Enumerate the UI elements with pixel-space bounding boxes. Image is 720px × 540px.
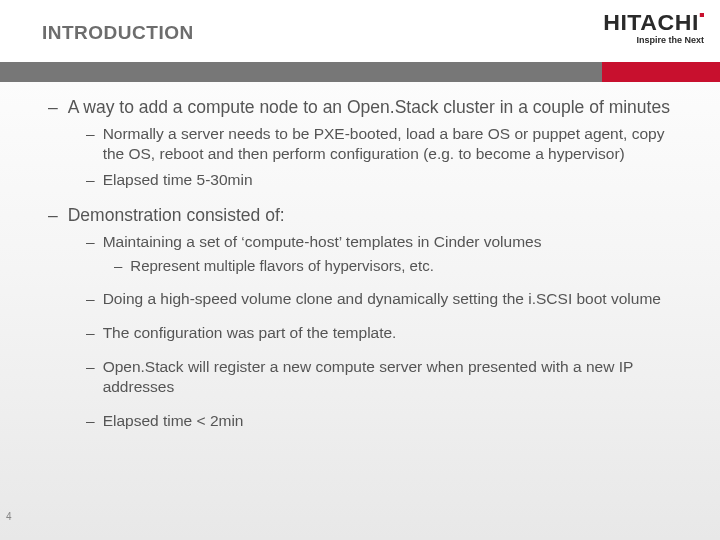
- bullet-dash-icon: –: [86, 411, 103, 431]
- bullet-text: A way to add a compute node to an Open.S…: [68, 96, 672, 118]
- accent-bar-gray: [0, 62, 602, 82]
- list-item: – A way to add a compute node to an Open…: [48, 96, 672, 190]
- logo-tagline: Inspire the Next: [608, 35, 704, 45]
- bullet-dash-icon: –: [86, 232, 103, 252]
- bullet-dash-icon: –: [86, 289, 103, 309]
- bullet-text: Maintaining a set of ‘compute-host’ temp…: [103, 232, 672, 252]
- bullet-dash-icon: –: [86, 124, 103, 164]
- bullet-text: Represent multiple flavors of hypervisor…: [130, 256, 672, 275]
- bullet-text: Open.Stack will register a new compute s…: [103, 357, 672, 397]
- sub-list: – Normally a server needs to be PXE-boot…: [48, 124, 672, 189]
- bullet-dash-icon: –: [48, 96, 68, 118]
- list-item: – Open.Stack will register a new compute…: [86, 357, 672, 397]
- list-item: – Doing a high-speed volume clone and dy…: [86, 289, 672, 309]
- logo-main-text: HITACHI: [603, 10, 699, 35]
- bullet-dash-icon: –: [114, 256, 130, 275]
- logo-text: HITACHI: [603, 12, 704, 34]
- bullet-text: Normally a server needs to be PXE-booted…: [103, 124, 672, 164]
- sub-list: – Maintaining a set of ‘compute-host’ te…: [48, 232, 672, 430]
- list-item: – Represent multiple flavors of hypervis…: [114, 256, 672, 275]
- accent-bar: [0, 62, 720, 82]
- list-item: – Demonstration consisted of: – Maintain…: [48, 204, 672, 431]
- slide-body: – A way to add a compute node to an Open…: [0, 82, 720, 430]
- bullet-dash-icon: –: [86, 170, 103, 190]
- bullet-text: Elapsed time 5-30min: [103, 170, 672, 190]
- list-item: – Normally a server needs to be PXE-boot…: [86, 124, 672, 164]
- page-number: 4: [6, 511, 12, 522]
- bullet-dash-icon: –: [86, 357, 103, 397]
- logo-dot-icon: [700, 13, 704, 17]
- slide-header: INTRODUCTION HITACHI Inspire the Next: [0, 0, 720, 62]
- list-item: – Elapsed time < 2min: [86, 411, 672, 431]
- sub-sub-list: – Represent multiple flavors of hypervis…: [86, 256, 672, 275]
- slide-title: INTRODUCTION: [42, 22, 194, 44]
- list-item: – Maintaining a set of ‘compute-host’ te…: [86, 232, 672, 275]
- list-item: – The configuration was part of the temp…: [86, 323, 672, 343]
- bullet-dash-icon: –: [86, 323, 103, 343]
- accent-bar-red: [602, 62, 720, 82]
- bullet-dash-icon: –: [48, 204, 68, 226]
- bullet-text: Doing a high-speed volume clone and dyna…: [103, 289, 672, 309]
- bullet-list: – A way to add a compute node to an Open…: [48, 96, 672, 430]
- list-item: – Elapsed time 5-30min: [86, 170, 672, 190]
- bullet-text: Elapsed time < 2min: [103, 411, 672, 431]
- bullet-text: Demonstration consisted of:: [68, 204, 672, 226]
- bullet-text: The configuration was part of the templa…: [103, 323, 672, 343]
- brand-logo: HITACHI Inspire the Next: [608, 12, 704, 45]
